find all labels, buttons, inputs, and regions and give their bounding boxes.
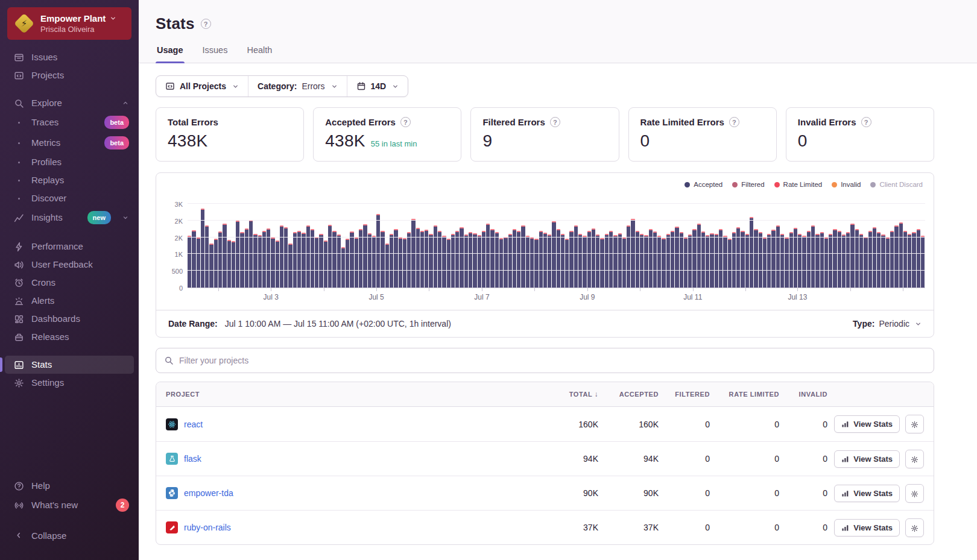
sidebar-item-metrics[interactable]: Metricsbeta (5, 133, 134, 153)
gear-icon (911, 420, 919, 428)
chart-bar (297, 231, 301, 288)
help-icon[interactable]: ? (400, 117, 411, 127)
project-search (156, 348, 934, 373)
ruby-platform-icon (166, 521, 178, 533)
stat-card-rate-limited-errors: Rate Limited Errors?0 (628, 107, 777, 162)
stat-card-subtext: 55 in last min (371, 139, 417, 148)
chart-bar (319, 234, 323, 288)
column-header-accepted[interactable]: ACCEPTED (598, 391, 659, 398)
column-header-project[interactable]: PROJECT (166, 391, 532, 398)
column-header-invalid[interactable]: INVALID (779, 391, 827, 398)
chart-bar (886, 238, 890, 288)
chart-bar (842, 234, 846, 288)
sidebar-item-settings[interactable]: Settings (5, 374, 134, 392)
help-icon[interactable]: ? (550, 117, 560, 127)
sidebar-item-stats[interactable]: Stats (5, 356, 134, 374)
column-header-total[interactable]: TOTAL↓ (532, 390, 598, 398)
chart-bar (240, 232, 244, 288)
chart-bar (798, 234, 802, 288)
help-icon[interactable]: ? (861, 117, 871, 127)
sidebar-item-traces[interactable]: Tracesbeta (5, 112, 134, 133)
usage-chart: 05001K2K2K3K Jul 3Jul 5Jul 7Jul 9Jul 11J… (156, 189, 934, 306)
project-link[interactable]: ruby-on-rails (184, 523, 231, 532)
help-icon[interactable]: ? (729, 117, 739, 127)
chart-bar (403, 238, 406, 288)
legend-item-invalid[interactable]: Invalid (832, 181, 861, 188)
y-axis-tick: 3K (175, 201, 183, 208)
chart-bar (381, 231, 384, 288)
chart-bar (688, 234, 692, 288)
new-badge: new (87, 211, 111, 224)
x-axis-label: Jul 9 (580, 293, 595, 301)
flask-platform-icon (166, 453, 178, 465)
sidebar-item-profiles[interactable]: Profiles (5, 153, 134, 171)
chart-bar (732, 232, 736, 288)
sidebar-item-what-s-new[interactable]: What's new2 (5, 495, 134, 515)
sidebar-collapse[interactable]: Collapse (5, 526, 134, 544)
project-link[interactable]: flask (184, 454, 201, 464)
chart-bar (894, 225, 898, 288)
legend-item-accepted[interactable]: Accepted (685, 181, 722, 188)
chart-bar (583, 236, 586, 288)
table-header-row: PROJECTTOTAL↓ACCEPTEDFILTEREDRATE LIMITE… (156, 382, 934, 407)
sidebar-item-explore[interactable]: Explore (5, 94, 134, 112)
tab-issues[interactable]: Issues (201, 45, 229, 63)
x-axis-label: Jul 11 (683, 293, 702, 301)
sidebar-item-discover[interactable]: Discover (5, 189, 134, 207)
project-settings-button[interactable] (905, 415, 924, 433)
category-filter-dropdown[interactable]: Category: Errors (248, 76, 346, 96)
sidebar-item-label: Insights (31, 212, 63, 223)
sidebar-item-dashboards[interactable]: Dashboards (5, 310, 134, 328)
org-switcher[interactable]: ⚡ Empower Plant Priscila Oliveira (7, 7, 131, 40)
cell-accepted: 90K (598, 488, 659, 498)
cell-accepted: 37K (598, 523, 659, 532)
sidebar-item-help[interactable]: Help (5, 477, 134, 495)
project-filter-dropdown[interactable]: All Projects (156, 76, 248, 96)
y-axis-tick: 0 (179, 285, 183, 292)
sidebar-item-alerts[interactable]: Alerts (5, 292, 134, 310)
sidebar-item-replays[interactable]: Replays (5, 171, 134, 189)
stat-card-total-errors: Total Errors438K (156, 107, 304, 162)
chart-bar (407, 232, 411, 288)
sort-desc-icon: ↓ (594, 390, 598, 398)
sidebar-item-insights[interactable]: Insightsnew (5, 207, 134, 228)
project-link[interactable]: empower-tda (184, 488, 233, 498)
chart-bar (394, 229, 397, 288)
project-settings-button[interactable] (905, 450, 924, 468)
column-header-rate-limited[interactable]: RATE LIMITED (710, 391, 779, 398)
view-stats-button[interactable]: View Stats (834, 519, 900, 536)
chevron-down-icon (915, 321, 922, 327)
column-header-filtered[interactable]: FILTERED (659, 391, 710, 398)
legend-item-client-discard[interactable]: Client Discard (870, 181, 923, 188)
view-stats-button[interactable]: View Stats (834, 450, 900, 468)
chart-bar (657, 236, 661, 288)
page-help-icon[interactable]: ? (201, 19, 211, 29)
view-stats-button[interactable]: View Stats (834, 485, 900, 502)
project-settings-button[interactable] (905, 484, 924, 503)
sidebar-nav: IssuesProjectsExploreTracesbetaMetricsbe… (0, 48, 139, 392)
chart-bar (877, 232, 881, 288)
date-range-dropdown[interactable]: 14D (347, 76, 408, 96)
filter-bar: All Projects Category: Errors 14D (156, 75, 408, 97)
chart-type-dropdown[interactable]: Type: Periodic (853, 319, 922, 329)
chart-bar (293, 232, 297, 288)
sidebar-item-performance[interactable]: Performance (5, 238, 134, 256)
sidebar-item-projects[interactable]: Projects (5, 66, 134, 84)
chart-bar (917, 229, 920, 288)
tab-usage[interactable]: Usage (156, 45, 185, 63)
project-link[interactable]: react (184, 420, 203, 429)
legend-item-rate-limited[interactable]: Rate Limited (774, 181, 823, 188)
sidebar-item-releases[interactable]: Releases (5, 328, 134, 346)
chart-bar (482, 231, 485, 288)
chart-bar (864, 237, 867, 288)
gear-icon (911, 489, 919, 497)
view-stats-button[interactable]: View Stats (834, 415, 900, 433)
sidebar-item-crons[interactable]: Crons (5, 274, 134, 292)
legend-item-filtered[interactable]: Filtered (732, 181, 764, 188)
tab-health[interactable]: Health (245, 45, 273, 63)
project-search-input[interactable] (179, 356, 926, 365)
sidebar-item-issues[interactable]: Issues (5, 48, 134, 66)
sidebar-item-label: Issues (31, 52, 57, 63)
sidebar-item-user-feedback[interactable]: User Feedback (5, 256, 134, 274)
project-settings-button[interactable] (905, 518, 924, 537)
